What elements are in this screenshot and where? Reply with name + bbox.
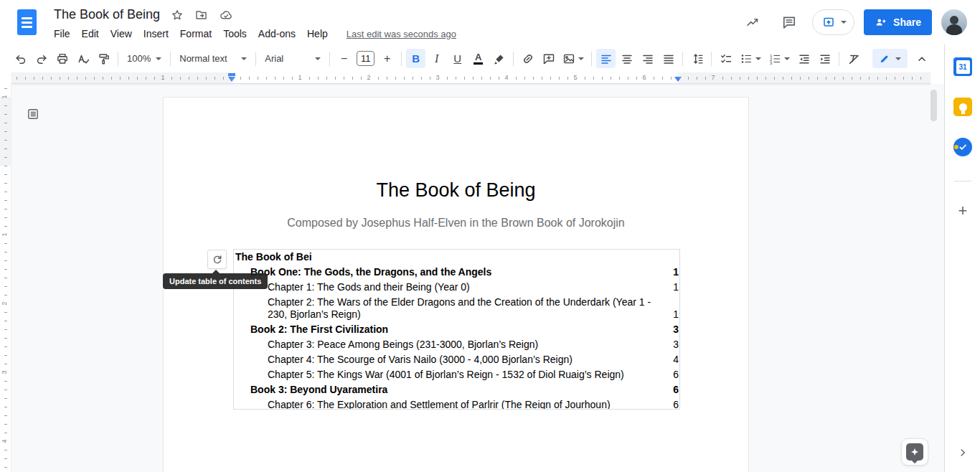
ruler-tick (4, 433, 7, 433)
toc-entry[interactable]: Chapter 1: The Gods and their Being (Yea… (235, 281, 679, 293)
checklist-button[interactable] (716, 49, 735, 68)
activity-dashboard-icon[interactable] (739, 9, 766, 36)
hide-side-panel-icon[interactable] (953, 443, 972, 462)
paragraph-styles-select[interactable]: Normal text (174, 49, 252, 68)
document-title[interactable]: The Book of Being (54, 7, 160, 22)
align-center-button[interactable] (617, 49, 636, 68)
numbered-list-button[interactable]: 123 (765, 49, 793, 68)
align-right-button[interactable] (638, 49, 657, 68)
add-comment-button[interactable] (539, 49, 558, 68)
last-edit-link[interactable]: Last edit was seconds ago (347, 29, 456, 39)
toc-entry[interactable]: Book One: The Gods, the Dragons, and the… (235, 266, 679, 278)
highlight-color-button[interactable] (489, 49, 509, 68)
ruler-tick (4, 200, 7, 201)
menu-item-file[interactable]: File (48, 27, 76, 41)
decrease-font-size-button[interactable]: − (334, 49, 354, 68)
clear-formatting-button[interactable] (844, 49, 863, 68)
text-color-button[interactable]: A (468, 49, 488, 68)
ruler-tick (4, 166, 7, 166)
ruler-tick (4, 467, 7, 468)
bulleted-list-caret[interactable] (755, 57, 761, 60)
justify-button[interactable] (659, 49, 678, 68)
toc-entry[interactable]: Chapter 6: The Exploration and Settlemen… (235, 399, 679, 410)
increase-font-size-button[interactable]: + (377, 49, 397, 68)
italic-button[interactable]: I (427, 49, 446, 68)
numbered-list-caret[interactable] (784, 57, 790, 60)
undo-button[interactable] (11, 49, 30, 68)
insert-image-caret[interactable] (578, 57, 584, 60)
move-to-folder-icon[interactable] (194, 9, 208, 22)
editing-mode-button[interactable] (872, 49, 908, 68)
first-line-indent-marker[interactable] (228, 73, 235, 76)
ruler-tick (722, 77, 723, 80)
insert-link-button[interactable] (518, 49, 537, 68)
menu-item-view[interactable]: View (105, 27, 138, 41)
present-button[interactable] (812, 9, 854, 35)
google-calendar-icon[interactable]: 31 (953, 57, 972, 76)
font-size-input[interactable]: 11 (357, 51, 374, 66)
google-docs-logo-icon[interactable] (17, 9, 37, 35)
bold-button[interactable]: B (406, 49, 425, 68)
share-button[interactable]: Share (864, 9, 932, 35)
account-avatar[interactable] (941, 9, 967, 35)
align-left-button[interactable] (596, 49, 616, 68)
toc-entry[interactable]: Chapter 4: The Scourge of Varis Nailo (3… (235, 354, 679, 366)
ruler-number: 1 (298, 74, 301, 81)
update-toc-button[interactable] (207, 250, 227, 269)
ruler-tick (154, 77, 155, 80)
show-document-outline-icon[interactable] (25, 106, 41, 122)
bulleted-list-button[interactable] (737, 49, 764, 68)
ruler-tick (326, 77, 327, 80)
document-canvas[interactable]: The Book of Being Composed by Josephus H… (11, 84, 944, 472)
toc-page-number: 3 (660, 324, 679, 336)
redo-button[interactable] (32, 49, 51, 68)
font-select[interactable]: Arial (260, 49, 326, 68)
ruler-tick (4, 450, 7, 450)
hide-menus-button[interactable] (912, 49, 931, 68)
menu-item-insert[interactable]: Insert (138, 27, 174, 41)
toc-entry[interactable]: The Book of Bei (235, 251, 679, 263)
ruler-tick (4, 88, 7, 89)
google-tasks-icon[interactable] (953, 138, 972, 156)
doc-body-subtitle[interactable]: Composed by Josephus Half-Elven in the B… (164, 217, 748, 230)
ruler-tick (171, 77, 172, 80)
table-of-contents[interactable]: The Book of BeiBook One: The Gods, the D… (233, 249, 680, 410)
explore-button[interactable] (901, 438, 928, 466)
decrease-indent-button[interactable] (794, 49, 814, 68)
menu-item-addons[interactable]: Add-ons (253, 27, 301, 41)
right-indent-marker[interactable] (674, 77, 682, 82)
star-icon[interactable] (171, 9, 184, 22)
underline-button[interactable]: U (448, 49, 467, 68)
paint-format-button[interactable] (94, 49, 113, 68)
print-button[interactable] (52, 49, 72, 68)
menu-item-tools[interactable]: Tools (217, 27, 253, 41)
doc-body-title[interactable]: The Book of Being (164, 179, 748, 202)
editing-mode-caret[interactable] (895, 57, 901, 60)
insert-image-button[interactable] (560, 49, 587, 68)
horizontal-ruler[interactable]: 11234567 (11, 72, 930, 84)
toc-entry[interactable]: Book 2: The First Civilization3 (235, 324, 679, 336)
ruler-tick (542, 77, 542, 80)
spelling-grammar-check-button[interactable] (73, 49, 93, 68)
ruler-tick (51, 77, 52, 80)
ruler-tick (4, 381, 7, 382)
line-spacing-button[interactable] (687, 49, 707, 68)
present-dropdown-caret[interactable] (841, 21, 847, 24)
open-comment-history-icon[interactable] (776, 9, 803, 36)
ruler-tick (4, 140, 7, 141)
cloud-saved-icon[interactable] (219, 9, 233, 22)
menu-item-edit[interactable]: Edit (76, 27, 105, 41)
zoom-select[interactable]: 100% (122, 49, 166, 68)
vertical-scrollbar[interactable] (930, 90, 937, 121)
get-add-ons-button[interactable]: + (953, 202, 972, 220)
toc-entry[interactable]: Book 3: Beyond Uyarametira6 (235, 384, 679, 396)
menu-item-format[interactable]: Format (174, 27, 217, 41)
vertical-ruler[interactable]: 11234 (0, 84, 11, 472)
toc-entry[interactable]: Chapter 5: The Kings War (4001 of Bjorla… (235, 369, 679, 381)
menu-item-help[interactable]: Help (301, 27, 334, 41)
toc-entry[interactable]: Chapter 2: The Wars of the Elder Dragons… (235, 296, 679, 321)
increase-indent-button[interactable] (815, 49, 834, 68)
toc-entry[interactable]: Chapter 3: Peace Among Beings (231-3000,… (235, 339, 679, 351)
document-page[interactable]: The Book of Being Composed by Josephus H… (163, 97, 749, 472)
google-keep-icon[interactable] (953, 98, 972, 116)
